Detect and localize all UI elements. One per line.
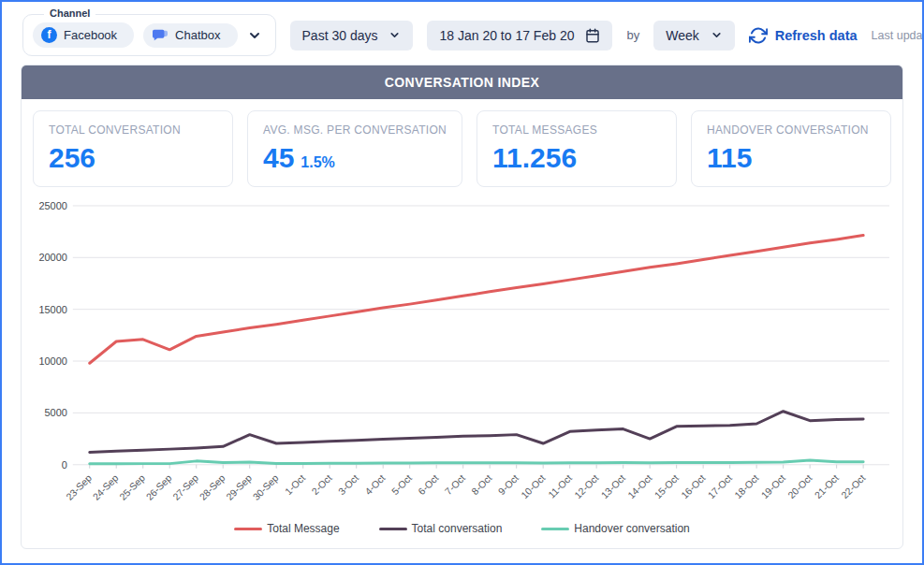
svg-text:10-Oct: 10-Oct [520, 472, 548, 500]
svg-text:15000: 15000 [38, 304, 66, 315]
by-label: by [626, 28, 639, 42]
svg-text:4-Oct: 4-Oct [363, 472, 388, 497]
stat-label: HANDOVER CONVERSATION [707, 123, 875, 137]
svg-text:18-Oct: 18-Oct [733, 472, 761, 500]
stat-value: 11.256 [492, 144, 661, 172]
conversation-line-chart: 050001000015000200002500023-Sep24-Sep25-… [33, 195, 891, 522]
svg-text:5-Oct: 5-Oct [389, 472, 414, 497]
legend-item-total-conversation[interactable]: Total conversation [379, 522, 503, 535]
stats-row: TOTAL CONVERSATION 256 AVG. MSG. PER CON… [33, 110, 891, 187]
svg-text:3-Oct: 3-Oct [336, 472, 360, 497]
svg-text:7-Oct: 7-Oct [443, 472, 467, 497]
card-title: CONVERSATION INDEX [22, 65, 902, 99]
svg-text:21-Oct: 21-Oct [813, 472, 841, 500]
svg-text:28-Sep: 28-Sep [198, 472, 227, 502]
svg-text:20-Oct: 20-Oct [786, 472, 814, 500]
chat-icon [152, 28, 169, 43]
channel-chip-facebook[interactable]: f Facebook [33, 22, 134, 48]
legend-swatch [541, 528, 569, 530]
legend-label: Total Message [267, 522, 339, 535]
channel-selector: Channel f Facebook Chatbox [22, 14, 276, 56]
stat-total-conversation: TOTAL CONVERSATION 256 [33, 110, 233, 187]
legend-item-total-message[interactable]: Total Message [234, 522, 339, 535]
svg-text:29-Sep: 29-Sep [225, 472, 255, 502]
svg-text:11-Oct: 11-Oct [547, 472, 574, 500]
chevron-down-icon[interactable] [247, 28, 262, 43]
date-range-preset-select[interactable]: Past 30 days [290, 21, 414, 51]
svg-text:25000: 25000 [38, 200, 66, 211]
conversation-index-card: CONVERSATION INDEX TOTAL CONVERSATION 25… [21, 65, 903, 549]
legend-label: Handover conversation [574, 522, 689, 535]
stat-label: AVG. MSG. PER CONVERSATION [263, 123, 447, 137]
refresh-icon [749, 26, 768, 45]
svg-text:14-Oct: 14-Oct [626, 472, 654, 500]
chart-legend: Total Message Total conversation Handove… [33, 522, 891, 544]
channel-chip-chatbox[interactable]: Chatbox [143, 23, 237, 48]
channel-chip-label: Facebook [64, 28, 117, 42]
svg-text:1-Oct: 1-Oct [283, 472, 307, 497]
toolbar: Channel f Facebook Chatbox Past 30 days … [2, 2, 922, 65]
stat-sub-value: 1.5% [301, 154, 334, 170]
svg-text:0: 0 [62, 459, 67, 471]
date-range-picker[interactable]: 18 Jan 20 to 17 Feb 20 [427, 21, 612, 51]
svg-text:6-Oct: 6-Oct [417, 472, 441, 497]
svg-text:22-Oct: 22-Oct [840, 472, 868, 500]
stat-avg-msg-per-conversation: AVG. MSG. PER CONVERSATION 451.5% [247, 110, 462, 187]
svg-text:25-Sep: 25-Sep [118, 472, 148, 502]
svg-text:19-Oct: 19-Oct [759, 472, 787, 500]
svg-text:13-Oct: 13-Oct [599, 472, 627, 500]
channel-label: Channel [44, 7, 95, 19]
svg-text:27-Sep: 27-Sep [171, 472, 201, 502]
stat-handover-conversation: HANDOVER CONVERSATION 115 [691, 110, 891, 187]
chevron-down-icon [389, 29, 401, 41]
legend-label: Total conversation [412, 522, 503, 535]
svg-text:17-Oct: 17-Oct [706, 472, 734, 500]
svg-text:24-Sep: 24-Sep [91, 472, 121, 502]
svg-text:15-Oct: 15-Oct [653, 472, 681, 500]
svg-text:8-Oct: 8-Oct [470, 472, 494, 497]
stat-value: 451.5% [263, 144, 447, 172]
svg-text:16-Oct: 16-Oct [680, 472, 708, 500]
svg-text:20000: 20000 [38, 252, 66, 263]
refresh-label: Refresh data [775, 28, 858, 43]
stat-value: 115 [707, 144, 875, 172]
facebook-icon: f [41, 27, 57, 43]
svg-text:2-Oct: 2-Oct [310, 472, 334, 497]
stat-label: TOTAL CONVERSATION [49, 123, 217, 137]
stat-total-messages: TOTAL MESSAGES 11.256 [477, 110, 677, 187]
svg-text:26-Sep: 26-Sep [144, 472, 174, 502]
date-range-preset-value: Past 30 days [302, 28, 378, 43]
date-range-value: 18 Jan 20 to 17 Feb 20 [439, 28, 574, 43]
chevron-down-icon [711, 29, 723, 41]
legend-item-handover-conversation[interactable]: Handover conversation [541, 522, 689, 535]
svg-text:23-Sep: 23-Sep [65, 472, 95, 502]
interval-select[interactable]: Week [653, 21, 735, 51]
last-updated-text: Last updated: 10:52 AM [872, 29, 924, 42]
channel-chip-label: Chatbox [175, 28, 220, 42]
legend-swatch [234, 528, 262, 530]
svg-text:10000: 10000 [38, 355, 66, 367]
chart-area: 050001000015000200002500023-Sep24-Sep25-… [33, 195, 891, 522]
interval-value: Week [666, 28, 699, 43]
stat-value: 256 [49, 144, 217, 172]
calendar-icon [585, 28, 600, 43]
svg-text:9-Oct: 9-Oct [496, 472, 521, 497]
stat-label: TOTAL MESSAGES [492, 123, 661, 137]
svg-text:30-Sep: 30-Sep [251, 472, 281, 502]
legend-swatch [379, 528, 407, 530]
svg-text:12-Oct: 12-Oct [573, 472, 601, 500]
refresh-data-button[interactable]: Refresh data [749, 26, 858, 45]
svg-text:5000: 5000 [44, 407, 66, 418]
